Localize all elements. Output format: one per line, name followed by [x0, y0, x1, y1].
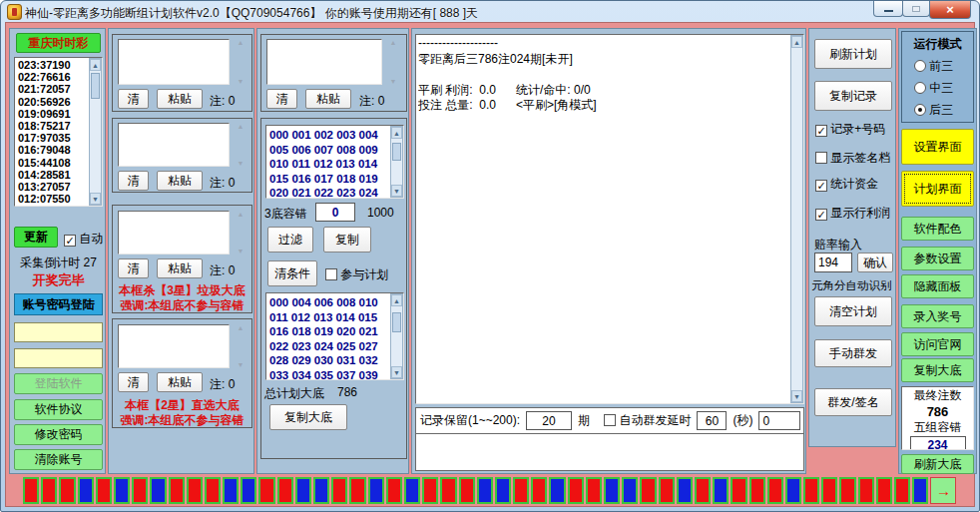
scroll-up-icon[interactable]: ▲ — [391, 294, 402, 306]
auto-checkbox-box[interactable] — [64, 235, 76, 247]
scroll-down-icon[interactable]: ▼ — [391, 185, 402, 197]
scrollbar[interactable]: ▲ ▼ — [235, 123, 246, 167]
row-profit-checkbox-box[interactable] — [815, 209, 827, 221]
numbers-box-2[interactable]: 000 004 006 008 010 011 012 013 014 015 … — [265, 292, 404, 380]
paste-input-2[interactable] — [118, 123, 230, 167]
scroll-up-icon[interactable]: ▲ — [235, 324, 246, 331]
list-item[interactable]: 014:28581 — [15, 169, 88, 181]
copy-record-button[interactable]: 复制记录 — [814, 81, 892, 111]
scroll-down-icon[interactable]: ▼ — [235, 78, 246, 85]
list-item[interactable]: 017:97035 — [15, 132, 88, 144]
scroll-up-icon[interactable]: ▲ — [791, 36, 802, 48]
paste-input-4[interactable] — [118, 324, 230, 368]
paste-button[interactable]: 粘贴 — [157, 171, 203, 191]
settings-ui-button[interactable]: 设置界面 — [901, 129, 974, 165]
scroll-down-icon[interactable]: ▼ — [90, 193, 101, 205]
scroll-down-icon[interactable]: ▼ — [235, 160, 246, 167]
refresh-base-button[interactable]: 刷新大底 — [901, 454, 974, 474]
clear-button[interactable]: 清 — [118, 372, 149, 392]
row-profit-checkbox[interactable]: 显示行利润 — [815, 205, 890, 222]
list-item[interactable]: 012:07550 — [15, 193, 88, 205]
hide-panel-button[interactable]: 隐藏面板 — [901, 274, 974, 298]
scroll-up-icon[interactable]: ▲ — [235, 39, 246, 46]
mode-front3-radio[interactable]: 前三 — [914, 58, 953, 75]
mode-back3-radio-dot[interactable] — [914, 104, 926, 116]
auto-send-checkbox[interactable]: 自动群发延时 — [604, 412, 691, 429]
enter-number-button[interactable]: 录入奖号 — [901, 304, 974, 328]
list-item[interactable]: 023:37190 — [15, 59, 88, 71]
numbers-scrollbar[interactable]: ▲ ▼ — [390, 126, 403, 198]
stats-funds-checkbox-box[interactable] — [815, 180, 827, 192]
list-item[interactable]: 013:27057 — [15, 181, 88, 193]
mode-front3-radio-dot[interactable] — [914, 60, 926, 72]
paste-input-5[interactable] — [266, 39, 382, 85]
show-signature-checkbox[interactable]: 显示签名档 — [815, 150, 890, 167]
stats-funds-checkbox[interactable]: 统计资金 — [815, 176, 878, 193]
scroll-down-icon[interactable]: ▼ — [391, 366, 402, 378]
auto-checkbox[interactable]: 自动 — [64, 231, 103, 248]
scroll-up-icon[interactable]: ▲ — [235, 211, 246, 218]
scroll-down-icon[interactable]: ▼ — [387, 78, 399, 85]
copy-base-button-right[interactable]: 复制大底 — [901, 358, 974, 382]
clear-button[interactable]: 清 — [118, 89, 149, 109]
list-item[interactable]: 015:44108 — [15, 157, 88, 169]
join-plan-checkbox-box[interactable] — [325, 268, 337, 280]
list-item[interactable]: 018:75217 — [15, 120, 88, 132]
numbers-box-1[interactable]: 000 001 002 003 004 005 006 007 008 009 … — [265, 125, 404, 199]
clear-button[interactable]: 清 — [266, 89, 297, 109]
scroll-thumb[interactable] — [91, 73, 100, 99]
paste-input-3[interactable] — [118, 211, 230, 255]
update-button[interactable]: 更新 — [14, 227, 58, 248]
log-scrollbar[interactable]: ▲ ▼ — [790, 35, 803, 403]
send-sign-button[interactable]: 群发/签名 — [814, 388, 892, 416]
software-color-button[interactable]: 软件配色 — [901, 217, 974, 241]
close-button[interactable]: × — [929, 1, 971, 19]
odds-input[interactable] — [814, 253, 852, 272]
refresh-plan-button[interactable]: 刷新计划 — [814, 39, 892, 69]
username-field[interactable] — [14, 322, 103, 342]
draw-list-scrollbar[interactable]: ▲ ▼ — [89, 58, 102, 206]
record-keep-input[interactable] — [526, 411, 572, 430]
clear-button[interactable]: 清 — [118, 171, 149, 191]
join-plan-checkbox[interactable]: 参与计划 — [325, 266, 388, 283]
scroll-up-icon[interactable]: ▲ — [391, 127, 402, 139]
scroll-down-icon[interactable]: ▼ — [235, 361, 246, 368]
copy-button[interactable]: 复制 — [323, 227, 371, 253]
scroll-down-icon[interactable]: ▼ — [235, 248, 246, 255]
confirm-button[interactable]: 确认 — [857, 253, 893, 272]
lottery-type-button[interactable]: 重庆时时彩 — [16, 33, 101, 53]
scroll-up-icon[interactable]: ▲ — [90, 59, 101, 71]
clear-plan-button[interactable]: 清空计划 — [814, 296, 892, 326]
scrollbar[interactable]: ▲ ▼ — [235, 324, 246, 368]
plan-ui-button[interactable]: 计划界面 — [901, 171, 974, 207]
scrollbar[interactable]: ▲ ▼ — [235, 39, 246, 85]
clear-condition-button[interactable]: 清条件 — [267, 260, 317, 286]
record-number-checkbox-box[interactable] — [815, 125, 827, 137]
password-field[interactable] — [14, 348, 103, 368]
scroll-up-icon[interactable]: ▲ — [235, 123, 246, 130]
agreement-button[interactable]: 软件协议 — [14, 399, 103, 420]
change-password-button[interactable]: 修改密码 — [14, 424, 103, 445]
scroll-thumb[interactable] — [392, 312, 401, 332]
clear-account-button[interactable]: 清除账号 — [14, 449, 103, 470]
show-signature-checkbox-box[interactable] — [815, 152, 827, 164]
manual-send-button[interactable]: 手动群发 — [814, 339, 892, 367]
visit-website-button[interactable]: 访问官网 — [901, 332, 974, 356]
list-item[interactable]: 022:76616 — [15, 71, 88, 83]
auto-send-checkbox-box[interactable] — [604, 414, 616, 426]
mode-back3-radio[interactable]: 后三 — [914, 102, 953, 119]
strip-arrow[interactable]: → — [930, 477, 956, 504]
scroll-down-icon[interactable]: ▼ — [791, 390, 802, 402]
record-number-checkbox[interactable]: 记录+号码 — [815, 121, 885, 138]
filter-button[interactable]: 过滤 — [267, 227, 313, 253]
clear-button[interactable]: 清 — [118, 258, 149, 278]
plan-log-area[interactable]: -------------------- 零距离后三786注024期[未开] 平… — [415, 34, 804, 404]
list-item[interactable]: 020:56926 — [15, 96, 88, 108]
scroll-up-icon[interactable]: ▲ — [387, 39, 399, 46]
params-button[interactable]: 参数设置 — [901, 247, 974, 270]
extra-input[interactable] — [758, 411, 800, 430]
paste-button[interactable]: 粘贴 — [157, 258, 203, 278]
tolerance-input[interactable] — [315, 203, 355, 222]
minimize-button[interactable] — [873, 1, 903, 17]
list-item[interactable]: 021:72057 — [15, 83, 88, 95]
